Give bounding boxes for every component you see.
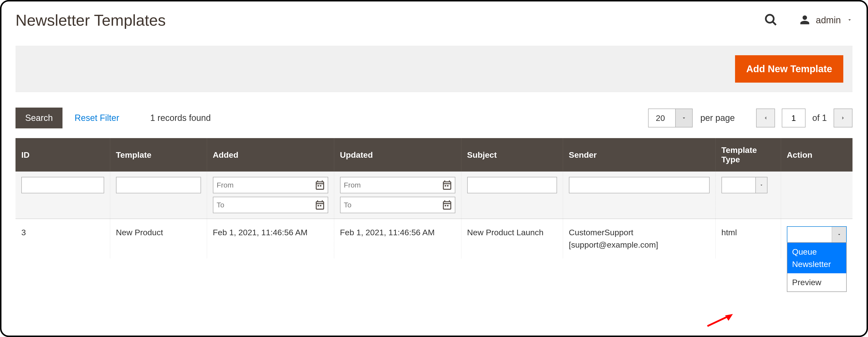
calendar-icon[interactable] [439,177,455,193]
col-sender[interactable]: Sender [563,138,715,172]
table-row[interactable]: 3 New Product Feb 1, 2021, 11:46:56 AM F… [16,219,852,258]
svg-marker-3 [725,314,733,321]
user-icon [800,14,810,26]
filter-updated-to-input[interactable] [341,197,439,213]
cell-subject: New Product Launch [461,219,563,258]
page-title: Newsletter Templates [16,11,166,29]
records-found-label: 1 records found [150,113,211,123]
reset-filter-link[interactable]: Reset Filter [74,113,119,123]
filter-row [16,172,852,219]
filter-id-input[interactable] [21,177,104,193]
grid-toolbar: Search Reset Filter 1 records found 20 p… [16,92,852,138]
page-header: Newsletter Templates admin [16,1,852,46]
chevron-down-icon [847,17,852,24]
col-updated[interactable]: Updated [334,138,461,172]
user-menu[interactable]: admin [800,14,853,26]
cell-updated: Feb 1, 2021, 11:46:56 AM [334,219,461,258]
cell-added: Feb 1, 2021, 11:46:56 AM [207,219,334,258]
col-template-type[interactable]: Template Type [715,138,781,172]
page-number-input[interactable] [782,109,806,127]
col-action[interactable]: Action [781,138,852,172]
filter-added-from[interactable] [213,177,328,193]
cell-id: 3 [16,219,110,258]
svg-line-1 [773,22,776,25]
cell-sender: CustomerSupport [support@example.com] [563,219,715,258]
row-action-dropdown: Queue Newsletter Preview [787,242,847,292]
user-name: admin [816,15,841,25]
page-size-select[interactable]: 20 [648,109,693,127]
calendar-icon[interactable] [439,197,455,213]
filter-sender-input[interactable] [569,177,710,193]
prev-page-button[interactable] [756,109,775,127]
add-template-button[interactable]: Add New Template [735,55,843,83]
action-preview[interactable]: Preview [787,273,846,292]
cell-template: New Product [110,219,207,258]
chevron-down-icon[interactable] [832,227,846,242]
annotation-arrow-icon [706,314,733,328]
col-subject[interactable]: Subject [461,138,563,172]
calendar-icon[interactable] [312,197,328,213]
filter-added-to-input[interactable] [213,197,312,213]
page-total-label: of 1 [812,113,827,123]
action-queue-newsletter[interactable]: Queue Newsletter [787,243,846,273]
svg-line-2 [707,316,728,326]
chevron-down-icon[interactable] [675,109,692,127]
col-id[interactable]: ID [16,138,110,172]
filter-updated-to[interactable] [340,197,455,213]
filter-added-from-input[interactable] [213,177,312,193]
per-page-label: per page [701,113,735,123]
search-icon[interactable] [764,13,778,28]
filter-updated-from[interactable] [340,177,455,193]
filter-updated-from-input[interactable] [341,177,439,193]
filter-type-select[interactable] [721,177,768,193]
col-added[interactable]: Added [207,138,334,172]
filter-subject-input[interactable] [467,177,557,193]
chevron-down-icon[interactable] [755,177,767,193]
col-template[interactable]: Template [110,138,207,172]
page-size-value: 20 [649,109,675,127]
svg-point-0 [766,15,774,23]
filter-template-input[interactable] [116,177,201,193]
filter-added-to[interactable] [213,197,328,213]
calendar-icon[interactable] [312,177,328,193]
search-button[interactable]: Search [16,108,62,128]
row-action-select[interactable]: Queue Newsletter Preview [787,226,847,243]
cell-type: html [715,219,781,258]
action-bar: Add New Template [16,46,852,92]
templates-grid: ID Template Added Updated Subject Sender… [16,138,852,258]
next-page-button[interactable] [834,109,852,127]
